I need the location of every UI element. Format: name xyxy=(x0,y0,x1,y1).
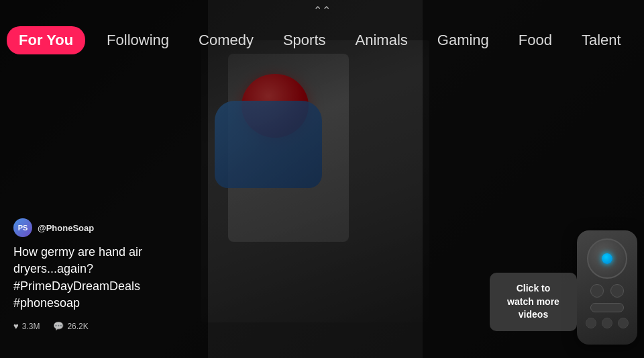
remote-mute[interactable] xyxy=(618,318,629,328)
chevron-up-icon: ⌃⌃ xyxy=(313,5,331,16)
comments-stat: 💬 26.2K xyxy=(53,321,88,331)
remote-volume-down[interactable] xyxy=(602,318,612,328)
avatar: PS xyxy=(13,218,32,237)
nav-item-comedy[interactable]: Comedy xyxy=(184,26,268,54)
comment-icon: 💬 xyxy=(53,321,64,331)
video-title: How germy are hand air dryers...again?#P… xyxy=(13,244,195,312)
stats-row: ♥ 3.3M 💬 26.2K xyxy=(13,321,195,331)
remote-menu-button[interactable] xyxy=(610,284,624,298)
likes-stat: ♥ 3.3M xyxy=(13,321,40,331)
comments-count: 26.2K xyxy=(67,322,88,331)
video-info: PS @PhoneSoap How germy are hand air dry… xyxy=(13,218,195,331)
remote-button-row xyxy=(590,284,624,298)
remote-center-button[interactable] xyxy=(602,253,612,264)
navigation-header: ⌃⌃ For You Following Comedy Sports Anima… xyxy=(0,0,644,67)
watch-more-popup[interactable]: Click to watch more videos xyxy=(490,273,577,331)
heart-icon: ♥ xyxy=(13,321,19,331)
username[interactable]: @PhoneSoap xyxy=(38,223,94,233)
nav-item-food[interactable]: Food xyxy=(504,26,567,54)
remote-play-button[interactable] xyxy=(590,303,624,312)
remote-back-button[interactable] xyxy=(590,284,604,298)
remote-bottom-row xyxy=(586,318,629,328)
remote-control[interactable] xyxy=(577,230,637,345)
user-row: PS @PhoneSoap xyxy=(13,218,195,237)
nav-items: For You Following Comedy Sports Animals … xyxy=(7,13,637,54)
likes-count: 3.3M xyxy=(22,322,40,331)
nav-item-gaming[interactable]: Gaming xyxy=(423,26,504,54)
nav-item-sports[interactable]: Sports xyxy=(268,26,341,54)
remote-volume-up[interactable] xyxy=(586,318,596,328)
watch-more-text: Click to watch more videos xyxy=(507,283,559,320)
nav-item-for-you[interactable]: For You xyxy=(7,26,85,54)
nav-item-animals[interactable]: Animals xyxy=(341,26,423,54)
nav-item-talent[interactable]: Talent xyxy=(567,26,636,54)
remote-touchpad[interactable] xyxy=(587,238,627,279)
nav-item-following[interactable]: Following xyxy=(92,26,184,54)
